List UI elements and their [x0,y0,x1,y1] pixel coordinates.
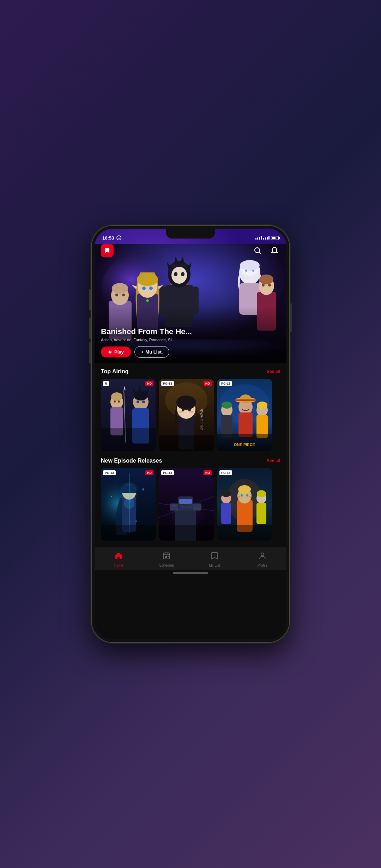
svg-rect-95 [193,504,201,511]
hero-info: Banished From The He... Action, Adventur… [101,327,280,358]
nav-schedule[interactable]: Schedule [156,551,177,567]
notifications-button[interactable] [269,245,280,256]
mylist-label: Mu List. [145,349,163,355]
card-top-3[interactable]: ONE PIECE PG-13 [217,379,272,451]
svg-point-50 [137,400,139,403]
svg-point-27 [115,294,118,296]
svg-rect-112 [221,503,231,524]
app-logo [101,244,114,257]
svg-point-42 [111,392,122,401]
svg-point-61 [189,411,194,413]
svg-rect-90 [101,525,156,541]
svg-point-0 [117,236,121,240]
card-top-1[interactable]: R HD [101,379,156,451]
bar-1 [263,238,264,240]
svg-point-86 [124,498,134,509]
card-6-svg [217,468,272,541]
battery-fill [272,237,276,239]
bar-3 [267,237,268,240]
nav-home[interactable]: Home [108,551,129,567]
svg-point-88 [142,488,144,490]
card-5-art [159,468,214,541]
bar-4 [261,236,262,240]
battery-icon [271,236,279,240]
whatsapp-icon [116,235,122,240]
svg-rect-67 [238,412,253,437]
app-content[interactable]: Banished From The He... Action, Adventur… [95,229,286,639]
svg-text:僕の心のヤバイやつ: 僕の心のヤバイやつ [200,407,204,430]
card-ep-2[interactable]: PG-13 HD [159,468,214,541]
top-airing-title: Top Airing [101,368,128,375]
svg-point-113 [222,490,231,497]
header-icons [252,245,280,256]
svg-point-87 [111,496,112,497]
card-3-art: ONE PIECE [217,379,272,451]
nav-schedule-label: Schedule [159,563,174,567]
play-button[interactable]: Play [101,346,131,357]
svg-point-26 [112,283,128,294]
svg-rect-70 [235,399,256,401]
svg-point-74 [222,402,232,409]
screen: 16:53 [95,229,286,639]
svg-point-33 [268,284,271,287]
svg-point-7 [245,270,247,272]
svg-point-69 [240,394,251,403]
card-4-art [101,468,156,541]
svg-point-32 [262,284,265,287]
svg-rect-125 [165,557,166,558]
card-4-hd: HD [145,470,153,475]
svg-point-16 [174,272,177,276]
play-icon [108,350,112,354]
svg-rect-123 [166,556,167,557]
svg-point-15 [171,267,187,284]
main-content: Top Airing See all [95,363,286,574]
svg-point-44 [118,400,120,403]
svg-rect-126 [166,557,167,558]
home-svg [114,551,123,560]
nav-mylist[interactable]: My List [204,551,225,567]
svg-point-127 [261,553,264,556]
bottom-nav: Home [95,547,286,570]
phone-shell: 16:53 [92,226,289,642]
card-2-svg: 僕の心のヤバイやつ [159,379,214,451]
schedule-icon [162,551,171,562]
top-airing-section: Top Airing See all [95,368,286,451]
card-2-hd: HD [204,381,212,386]
mylist-svg [210,551,219,560]
search-icon [254,247,261,254]
card-ep-1[interactable]: PG-13 HD [101,468,156,541]
svg-point-110 [246,494,248,497]
card-6-art [217,468,272,541]
top-airing-see-all[interactable]: See all [267,369,280,374]
card-1-art [101,379,156,451]
hero-section: Banished From The He... Action, Adventur… [95,229,286,363]
svg-point-17 [181,272,185,276]
svg-point-106 [238,485,251,494]
card-ep-3[interactable]: PG-13 [217,468,272,541]
svg-line-36 [259,252,261,254]
card-top-2[interactable]: 僕の心のヤバイやつ PG-13 HD [159,379,214,451]
signal-bars-1 [255,236,262,240]
logo-icon [104,247,111,254]
svg-point-21 [142,287,146,290]
top-airing-cards[interactable]: R HD [95,379,286,451]
card-2-art: 僕の心のヤバイやつ [159,379,214,451]
svg-point-51 [142,400,145,403]
new-episodes-see-all[interactable]: See all [267,458,280,463]
nav-profile[interactable]: Profile [252,551,273,567]
search-button[interactable] [252,245,263,256]
svg-point-6 [240,260,260,271]
bar-2 [257,237,258,240]
notch [166,229,215,239]
card-3-rating: PG-13 [219,381,232,386]
card-1-rating: R [103,381,109,386]
svg-text:ONE PIECE: ONE PIECE [234,442,255,447]
card-3-svg: ONE PIECE [217,379,272,451]
nav-home-label: Home [114,563,123,567]
svg-rect-115 [256,503,266,524]
schedule-svg [162,551,171,560]
mylist-button[interactable]: + Mu List. [134,346,170,358]
card-5-hd: HD [204,470,212,475]
new-episodes-cards[interactable]: PG-13 HD [95,468,286,541]
svg-rect-98 [179,499,192,504]
